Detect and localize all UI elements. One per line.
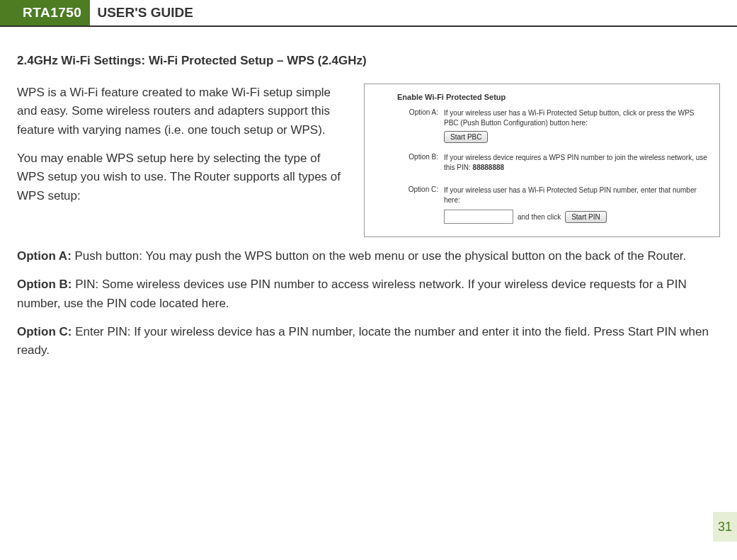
intro-paragraph-2: You may enable WPS setup here by selecti… [17,149,350,205]
panel-option-a: Option A: If your wireless user has a Wi… [375,108,709,143]
option-c-text: Enter PIN: If your wireless device has a… [17,325,709,357]
panel-option-a-body: If your wireless user has a Wi-Fi Protec… [444,108,709,143]
panel-option-b: Option B: If your wireless device requir… [375,153,709,176]
option-b-paragraph: Option B: PIN: Some wireless devices use… [17,275,720,313]
panel-option-b-label: Option B: [375,153,444,176]
panel-option-c-desc: If your wireless user has a Wi-Fi Protec… [444,185,709,205]
option-c-label: Option C: [17,325,72,338]
page-header: RTA1750 USER'S GUIDE [0,0,737,27]
intro-text-column: WPS is a Wi-Fi feature created to make W… [17,84,350,237]
option-a-text: Push button: You may push the WPS button… [72,249,687,263]
panel-wps-pin-value: 88888888 [473,164,505,171]
header-model: RTA1750 [14,0,90,25]
intro-paragraph-1: WPS is a Wi-Fi feature created to make W… [17,84,350,139]
panel-option-a-desc: If your wireless user has a Wi-Fi Protec… [444,108,709,128]
start-pin-button[interactable]: Start PIN [565,211,607,223]
option-b-label: Option B: [17,278,72,291]
panel-option-b-body: If your wireless device requires a WPS P… [444,153,709,176]
wps-setup-panel: Enable Wi-Fi Protected Setup Option A: I… [364,84,720,237]
option-a-paragraph: Option A: Push button: You may push the … [17,247,720,265]
and-then-label: and then click [518,213,561,221]
header-accent [0,0,14,25]
option-a-label: Option A: [17,249,72,263]
section-heading: 2.4GHz Wi-Fi Settings: Wi-Fi Protected S… [17,54,720,68]
header-guide-title: USER'S GUIDE [90,0,200,25]
option-c-paragraph: Option C: Enter PIN: If your wireless de… [17,323,720,360]
start-pbc-button[interactable]: Start PBC [444,131,488,143]
panel-option-a-label: Option A: [375,108,444,143]
panel-title: Enable Wi-Fi Protected Setup [397,93,709,101]
page-number: 31 [713,512,737,542]
panel-option-c: Option C: If your wireless user has a Wi… [375,185,709,224]
panel-option-c-label: Option C: [375,185,444,224]
page-content: 2.4GHz Wi-Fi Settings: Wi-Fi Protected S… [0,27,737,360]
screenshot-panel-column: Enable Wi-Fi Protected Setup Option A: I… [364,84,720,237]
option-b-text: PIN: Some wireless devices use PIN numbe… [17,278,687,309]
panel-option-b-desc: If your wireless device requires a WPS P… [444,153,709,173]
pin-input[interactable] [444,210,513,224]
panel-option-c-body: If your wireless user has a Wi-Fi Protec… [444,185,709,224]
intro-row: WPS is a Wi-Fi feature created to make W… [17,84,720,237]
panel-option-c-input-row: and then click Start PIN [444,210,709,224]
